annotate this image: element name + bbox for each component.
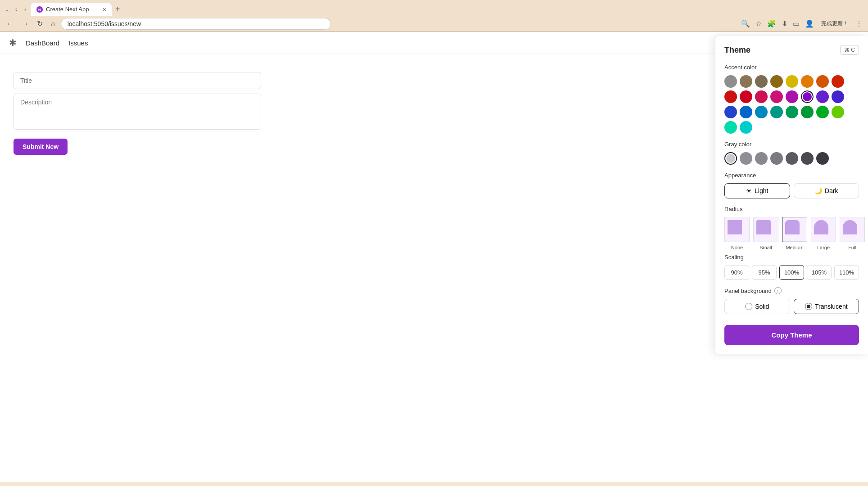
scale-btn-95%[interactable]: 95% [752, 265, 777, 280]
scale-btn-90%[interactable]: 90% [724, 265, 749, 280]
scale-btn-100%[interactable]: 100% [779, 265, 804, 280]
accent-color-swatch-3[interactable] [770, 75, 783, 88]
radius-label-4: Full [848, 245, 856, 250]
radius-option-large[interactable]: Large [811, 217, 836, 250]
accent-color-swatch-15[interactable] [832, 90, 844, 103]
accent-color-swatch-22[interactable] [816, 106, 829, 118]
accent-color-swatch-10[interactable] [755, 90, 768, 103]
radius-option-none[interactable]: None [724, 217, 750, 250]
appearance-row: ☀Light🌙Dark [724, 183, 859, 198]
accent-color-swatch-13[interactable] [801, 90, 814, 103]
gray-color-swatch-6[interactable] [816, 152, 829, 165]
radius-label-1: Small [760, 245, 772, 250]
new-tab-btn[interactable]: + [113, 3, 122, 16]
radius-option-small[interactable]: Small [753, 217, 778, 250]
accent-color-swatch-8[interactable] [724, 90, 737, 103]
description-input[interactable] [14, 94, 261, 130]
accent-color-swatch-5[interactable] [801, 75, 814, 88]
browser-chrome: ⌄ ‹ › N Create Next App × + ← → ↻ ⌂ 🔍 ☆ … [0, 0, 868, 32]
toolbar-icons: 🔍 ☆ 🧩 ⬇ ▭ 👤 完成更新！ ⋮ [739, 18, 864, 30]
appearance-btn-dark[interactable]: 🌙Dark [794, 183, 859, 198]
reload-btn[interactable]: ↻ [34, 18, 45, 30]
accent-color-swatch-14[interactable] [816, 90, 829, 103]
theme-panel: Theme ⌘ C Accent color Gray color Appear… [715, 36, 868, 354]
scaling-row: 90%95%100%105%110% [724, 265, 859, 280]
tab-title: Create Next App [46, 6, 100, 13]
scale-btn-105%[interactable]: 105% [807, 265, 832, 280]
accent-color-swatch-1[interactable] [740, 75, 752, 88]
accent-color-swatch-6[interactable] [816, 75, 829, 88]
next-tab-btn[interactable]: › [22, 6, 29, 13]
accent-color-swatch-4[interactable] [786, 75, 798, 88]
accent-color-swatch-23[interactable] [832, 106, 844, 118]
accent-color-label: Accent color [724, 64, 859, 71]
tab-list-btn[interactable]: ⌄ [4, 6, 11, 13]
scale-btn-110%[interactable]: 110% [834, 265, 859, 280]
radius-label-0: None [731, 245, 743, 250]
submit-btn[interactable]: Submit New [14, 139, 68, 155]
gray-color-swatch-2[interactable] [755, 152, 768, 165]
accent-color-swatch-7[interactable] [832, 75, 844, 88]
gray-color-swatch-3[interactable] [770, 152, 783, 165]
panel-bg-btn-translucent[interactable]: Translucent [794, 299, 859, 314]
gray-color-swatch-1[interactable] [740, 152, 752, 165]
moon-icon: 🌙 [814, 187, 822, 194]
accent-color-swatch-24[interactable] [724, 121, 737, 134]
cmd-badge: ⌘ C [840, 45, 859, 55]
gray-color-swatch-0[interactable] [724, 152, 737, 165]
gray-color-swatch-5[interactable] [801, 152, 814, 165]
accent-color-grid [724, 75, 859, 134]
svg-text:N: N [38, 8, 41, 12]
gray-color-grid [724, 152, 859, 165]
gray-color-swatch-4[interactable] [786, 152, 798, 165]
radius-label-2: Medium [786, 245, 803, 250]
address-input[interactable] [61, 18, 331, 30]
accent-color-swatch-9[interactable] [740, 90, 752, 103]
accent-color-swatch-20[interactable] [786, 106, 798, 118]
home-btn[interactable]: ⌂ [48, 18, 58, 30]
extensions-btn[interactable]: 🧩 [765, 18, 778, 30]
appearance-btn-light[interactable]: ☀Light [724, 183, 790, 198]
accent-color-swatch-12[interactable] [786, 90, 798, 103]
profile-btn[interactable]: 👤 [803, 18, 816, 30]
copy-theme-btn[interactable]: Copy Theme [724, 325, 859, 345]
menu-btn[interactable]: ⋮ [854, 18, 864, 30]
panel-bg-info-icon[interactable]: i [774, 287, 782, 294]
prev-tab-btn[interactable]: ‹ [13, 6, 20, 13]
nav-dashboard[interactable]: DashBoard [26, 39, 59, 47]
sidebar-btn[interactable]: ▭ [791, 18, 801, 30]
accent-color-swatch-25[interactable] [740, 121, 752, 134]
accent-color-swatch-18[interactable] [755, 106, 768, 118]
app-logo[interactable]: ✱ [9, 37, 17, 48]
address-bar: ← → ↻ ⌂ 🔍 ☆ 🧩 ⬇ ▭ 👤 完成更新！ ⋮ [0, 16, 868, 32]
tab-close-btn[interactable]: × [103, 6, 106, 13]
bookmark-star-btn[interactable]: ☆ [754, 18, 764, 30]
radius-row: NoneSmallMediumLargeFull [724, 217, 859, 250]
radius-option-full[interactable]: Full [840, 217, 865, 250]
accent-color-swatch-2[interactable] [755, 75, 768, 88]
accent-color-swatch-11[interactable] [770, 90, 783, 103]
radius-option-medium[interactable]: Medium [782, 217, 807, 250]
accent-color-swatch-16[interactable] [724, 106, 737, 118]
panel-bg-btn-solid[interactable]: Solid [724, 299, 790, 314]
accent-color-swatch-17[interactable] [740, 106, 752, 118]
theme-panel-header: Theme ⌘ C [724, 45, 859, 55]
radius-label: Radius [724, 206, 859, 212]
search-btn[interactable]: 🔍 [739, 18, 752, 30]
active-tab: N Create Next App × [31, 3, 112, 16]
nav-issues[interactable]: Issues [68, 39, 88, 47]
panel-bg-label-0: Solid [755, 303, 769, 310]
title-input[interactable] [14, 72, 261, 89]
appearance-label-0: Light [755, 187, 768, 194]
download-btn[interactable]: ⬇ [780, 18, 789, 30]
forward-btn[interactable]: → [19, 18, 32, 30]
accent-color-swatch-0[interactable] [724, 75, 737, 88]
accent-color-swatch-19[interactable] [770, 106, 783, 118]
back-btn[interactable]: ← [4, 18, 16, 30]
radio-solid [745, 303, 752, 310]
appearance-label: Appearance [724, 172, 859, 179]
update-btn[interactable]: 完成更新！ [818, 18, 852, 29]
appearance-label-1: Dark [825, 187, 838, 194]
accent-color-swatch-21[interactable] [801, 106, 814, 118]
theme-panel-title: Theme [724, 45, 750, 55]
